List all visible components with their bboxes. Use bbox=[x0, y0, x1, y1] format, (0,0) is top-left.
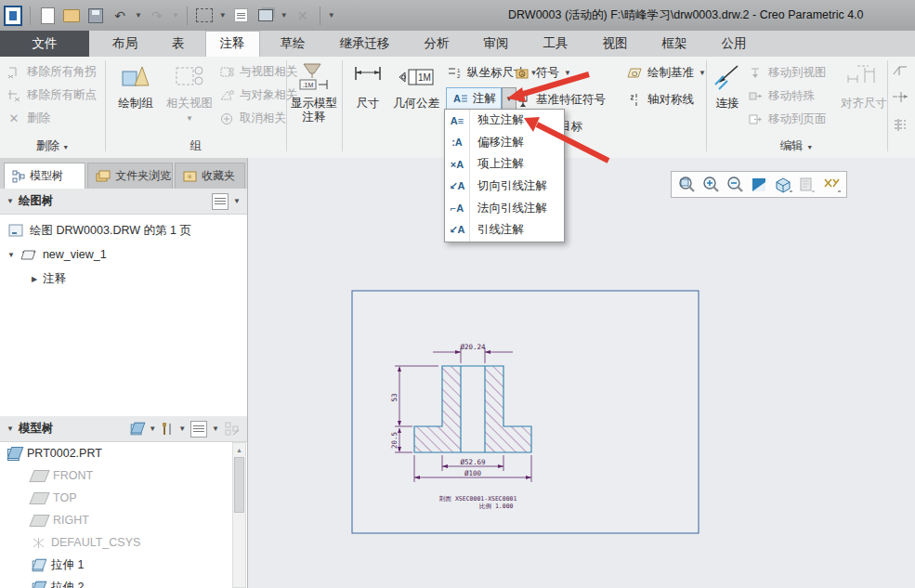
remove-all-jogs-button[interactable]: 移除所有角拐 bbox=[6, 60, 105, 84]
delete-button[interactable]: ✕ 删除 bbox=[6, 107, 105, 130]
tab-layout[interactable]: 布局 bbox=[98, 31, 151, 57]
model-display-dropdown[interactable]: ▼ bbox=[149, 425, 156, 433]
tab-model-tree[interactable]: 模型树 bbox=[4, 163, 85, 189]
collapse-icon[interactable]: ▼ bbox=[7, 425, 14, 433]
collapse-icon[interactable]: ▼ bbox=[7, 197, 14, 205]
section-caption[interactable]: 剖面 XSEC0001-XSEC0001 bbox=[438, 495, 517, 503]
tree-tools-icon[interactable] bbox=[161, 422, 174, 437]
tab-analysis[interactable]: 分析 bbox=[411, 31, 464, 57]
zoom-out-button[interactable] bbox=[725, 175, 745, 195]
model-tree-scrollbar[interactable]: ▲ bbox=[232, 442, 246, 588]
repaint-button[interactable] bbox=[749, 175, 769, 195]
tab-view[interactable]: 视图 bbox=[589, 31, 642, 57]
model-display-icon[interactable] bbox=[131, 423, 144, 436]
tree-item-drawing-page[interactable]: 绘图 DRW0003.DRW 的第 1 页 bbox=[7, 218, 247, 242]
show-model-annotations-button[interactable]: .1M 显示模型注释 bbox=[288, 60, 340, 124]
dim-height[interactable]: 53 bbox=[390, 393, 399, 401]
redo-button[interactable]: ↷ bbox=[148, 7, 166, 25]
drawing-sheet[interactable]: Ø20.24 53 20.5 Ø52.69 Ø100 剖面 XSEC0001-X… bbox=[248, 158, 915, 588]
expand-open-icon[interactable]: ▼ bbox=[7, 251, 15, 259]
datum-display-button[interactable] bbox=[821, 175, 842, 195]
sheet-display-button[interactable] bbox=[797, 175, 817, 195]
move-special-button[interactable]: 移动特殊 bbox=[747, 85, 827, 108]
new-file-button[interactable] bbox=[38, 7, 57, 25]
tree-item-extrude-2[interactable]: 拉伸 2 bbox=[0, 576, 234, 588]
save-button[interactable] bbox=[86, 7, 105, 25]
dim-flange-height[interactable]: 20.5 bbox=[390, 432, 399, 449]
group-label-edit[interactable]: 编辑 ▼ bbox=[706, 138, 887, 154]
dim-mid-diameter[interactable]: Ø52.69 bbox=[460, 458, 485, 466]
group-label-delete[interactable]: 删除 ▼ bbox=[0, 138, 105, 154]
dimension-button[interactable]: 尺寸 bbox=[349, 60, 386, 111]
windows-dropdown[interactable]: ▼ bbox=[281, 11, 288, 20]
move-to-sheet-button[interactable]: 移动到页面 bbox=[747, 108, 827, 131]
close-window-button[interactable]: ✕ bbox=[294, 7, 312, 25]
dim-outer-diameter[interactable]: Ø100 bbox=[464, 469, 482, 477]
scroll-up-arrow[interactable]: ▲ bbox=[233, 443, 245, 456]
undo-button[interactable]: ↶ bbox=[111, 7, 129, 25]
scale-caption[interactable]: 比例 1.000 bbox=[479, 503, 514, 510]
symbol-dropdown[interactable]: ▼ bbox=[564, 69, 571, 77]
tree-filter-icon[interactable] bbox=[224, 421, 241, 438]
draw-group-button[interactable]: 绘制组 bbox=[111, 60, 160, 111]
clipped-icon[interactable] bbox=[892, 61, 908, 78]
zoom-in-button[interactable] bbox=[700, 175, 721, 195]
expand-closed-icon[interactable]: ▶ bbox=[32, 275, 37, 283]
tab-annotate[interactable]: 注释 bbox=[205, 31, 260, 57]
tab-sketch[interactable]: 草绘 bbox=[267, 31, 320, 57]
align-dimensions-button[interactable]: 对齐尺寸 bbox=[841, 60, 887, 111]
draw-datum-button[interactable]: O 绘制基准 ▼ bbox=[626, 61, 706, 85]
drawing-tree-settings-icon[interactable] bbox=[212, 193, 229, 210]
menu-item-offset-note[interactable]: :A 偏移注解 bbox=[445, 132, 564, 154]
gtol-button[interactable]: 1M 几何公差 bbox=[388, 60, 444, 111]
drawing-tree-settings-dropdown[interactable]: ▼ bbox=[233, 197, 241, 205]
drawing-canvas[interactable]: Ø20.24 53 20.5 Ø52.69 Ø100 剖面 XSEC0001-X… bbox=[248, 158, 915, 588]
tab-common[interactable]: 公用 bbox=[708, 31, 761, 57]
tree-item-annotations[interactable]: ▶ 注释 bbox=[7, 267, 247, 291]
dim-top-diameter[interactable]: Ø20.24 bbox=[460, 343, 486, 351]
connect-button[interactable]: 连接 bbox=[711, 60, 744, 111]
remove-all-breaks-button[interactable]: 移除所有断点 bbox=[6, 84, 105, 107]
tab-file[interactable]: 文件 bbox=[0, 31, 89, 57]
tree-item-front[interactable]: FRONT bbox=[0, 464, 234, 487]
tab-framework[interactable]: 框架 bbox=[648, 31, 701, 57]
tab-table[interactable]: 表 bbox=[158, 31, 199, 57]
tab-review[interactable]: 审阅 bbox=[470, 31, 523, 57]
tab-tools[interactable]: 工具 bbox=[529, 31, 582, 57]
tree-item-part[interactable]: PRT0002.PRT bbox=[0, 442, 234, 464]
tree-tools-dropdown[interactable]: ▼ bbox=[178, 425, 186, 433]
menu-item-leader-note[interactable]: ↙A 引线注解 bbox=[445, 219, 564, 242]
redo-dropdown[interactable]: ▼ bbox=[172, 11, 179, 20]
move-to-view-button[interactable]: 移动到视图 bbox=[747, 61, 827, 85]
related-view-button[interactable]: 相关视图 ▼ bbox=[163, 60, 216, 125]
tree-item-top[interactable]: TOP bbox=[0, 487, 234, 509]
customize-toolbar-dropdown[interactable]: ▼ bbox=[328, 11, 335, 20]
tab-favorites[interactable]: ✳ 收藏夹 bbox=[175, 163, 245, 189]
clipped-icon[interactable] bbox=[892, 116, 908, 133]
scrollbar-thumb[interactable] bbox=[234, 457, 244, 513]
windows-button[interactable] bbox=[256, 7, 275, 25]
tree-item-default-csys[interactable]: DEFAULT_CSYS bbox=[0, 531, 234, 554]
undo-dropdown[interactable]: ▼ bbox=[135, 11, 142, 20]
open-file-button[interactable] bbox=[62, 7, 81, 25]
tree-settings-dropdown[interactable]: ▼ bbox=[212, 425, 219, 433]
menu-item-on-item-note[interactable]: ×A 项上注解 bbox=[445, 153, 564, 176]
clipped-icon[interactable] bbox=[892, 89, 908, 106]
symbol-button[interactable]: A 符号 ▼ bbox=[515, 61, 606, 85]
tree-item-extrude-1[interactable]: 拉伸 1 bbox=[0, 554, 234, 576]
select-mode-button[interactable] bbox=[195, 7, 214, 25]
tree-item-right[interactable]: RIGHT bbox=[0, 509, 234, 531]
tree-settings-icon[interactable] bbox=[190, 421, 207, 438]
axis-symmetry-line-button[interactable]: 轴对称线 bbox=[626, 88, 706, 111]
regenerate-icon[interactable] bbox=[232, 7, 251, 25]
app-icon[interactable] bbox=[4, 7, 22, 25]
menu-item-tangent-leader-note[interactable]: ↙A 切向引线注解 bbox=[445, 176, 564, 198]
zoom-region-button[interactable] bbox=[676, 175, 697, 195]
tab-folder-browser[interactable]: 文件夹浏览... bbox=[87, 163, 173, 189]
menu-item-normal-leader-note[interactable]: ⌐A 法向引线注解 bbox=[445, 197, 564, 219]
draw-datum-dropdown[interactable]: ▼ bbox=[699, 69, 706, 77]
tab-legacy-migration[interactable]: 继承迁移 bbox=[326, 31, 404, 57]
display-style-button[interactable] bbox=[773, 175, 793, 195]
tree-item-new-view-1[interactable]: ▼ new_view_1 bbox=[7, 242, 247, 267]
select-mode-dropdown[interactable]: ▼ bbox=[219, 11, 227, 20]
